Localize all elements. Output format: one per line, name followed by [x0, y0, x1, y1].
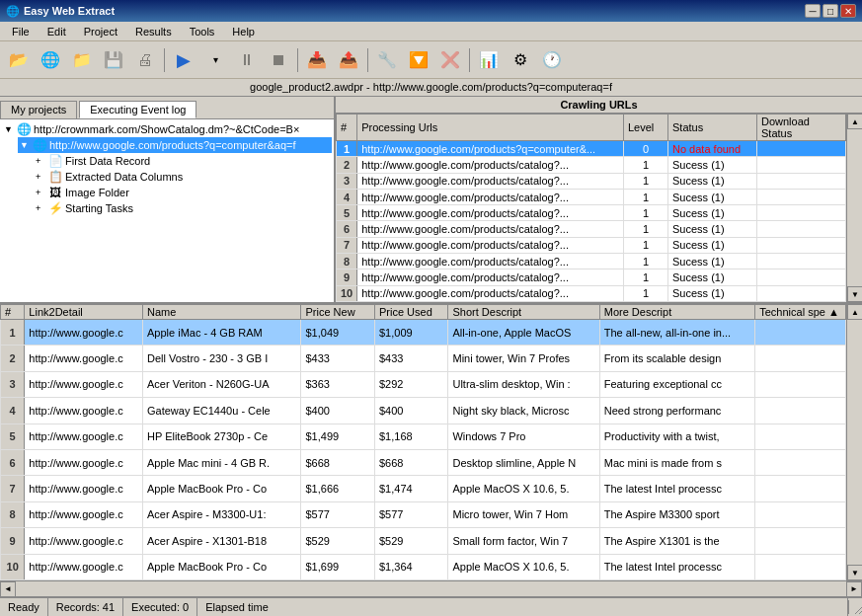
crawling-row[interactable]: 3http://www.google.com/products/catalog?… [337, 173, 846, 189]
crawling-row-status: Sucess (1) [668, 270, 757, 285]
crawling-table-wrapper[interactable]: # Processing Urls Level Status Download … [336, 114, 862, 302]
stop-button[interactable]: ⏹ [264, 45, 293, 75]
menu-project[interactable]: Project [76, 25, 125, 38]
toolbar: 📂 🌐 📁 💾 🖨 ▶ ▾ ⏸ ⏹ 📥 📤 🔧 🔽 ❌ 📊 ⚙ 🕐 [0, 41, 862, 79]
folder-button[interactable]: 📁 [67, 45, 97, 75]
upload-button[interactable]: 📤 [334, 45, 363, 75]
data-row[interactable]: 5http://www.google.cHP EliteBook 2730p -… [1, 424, 846, 449]
save-button[interactable]: 💾 [99, 45, 128, 75]
globe-button[interactable]: 🌐 [36, 45, 65, 75]
crawling-row[interactable]: 8http://www.google.com/products/catalog?… [337, 254, 846, 270]
hscroll-left-button[interactable]: ◄ [0, 581, 16, 597]
expand-icon[interactable]: ▼ [4, 124, 16, 134]
tab-executing-event-log[interactable]: Executing Event log [79, 101, 196, 118]
data-col-price-new: Price New [301, 305, 375, 320]
crawling-row[interactable]: 7http://www.google.com/products/catalog?… [337, 237, 846, 253]
right-panel: Crawling URLs # Processing Urls Level St… [336, 97, 862, 302]
tree-item-extracted-data[interactable]: + 📋 Extracted Data Columns [34, 169, 332, 185]
expand-icon-3[interactable]: + [36, 156, 47, 166]
crawling-row[interactable]: 9http://www.google.com/products/catalog?… [337, 270, 846, 285]
menu-edit[interactable]: Edit [39, 25, 74, 38]
data-row-link: http://www.google.c [25, 449, 143, 475]
tree-item-root1[interactable]: ▼ 🌐 http://crownmark.com/ShowCatalog.dm?… [2, 121, 332, 137]
tree-item-google-url[interactable]: ▼ 🌐 http://www.google.com/products?q=com… [18, 137, 332, 153]
crawling-row-level: 0 [624, 141, 668, 157]
data-table-wrapper[interactable]: # Link2Detail Name Price New Price Used … [0, 304, 862, 580]
data-scroll-track[interactable] [847, 320, 862, 565]
menu-results[interactable]: Results [127, 25, 180, 38]
cancel-button[interactable]: ❌ [435, 45, 465, 75]
status-bar: Ready Records: 41 Executed: 0 Elapsed ti… [0, 596, 862, 616]
data-row[interactable]: 6http://www.google.cApple Mac mini - 4 G… [1, 449, 846, 475]
menu-file[interactable]: File [4, 25, 38, 38]
col-level: Level [624, 115, 668, 141]
clock-button[interactable]: 🕐 [537, 45, 567, 75]
maximize-button[interactable]: □ [823, 4, 838, 18]
hscroll-right-button[interactable]: ► [846, 581, 862, 597]
data-vscroll[interactable]: ▲ ▼ [846, 304, 862, 580]
toolbar-separator-2 [297, 48, 298, 72]
crawling-row-url: http://www.google.com/products?q=compute… [357, 141, 624, 157]
crawling-row[interactable]: 6http://www.google.com/products/catalog?… [337, 221, 846, 237]
print-button[interactable]: 🖨 [130, 45, 160, 75]
data-row[interactable]: 9http://www.google.cAcer Aspire - X1301-… [1, 528, 846, 554]
data-row[interactable]: 3http://www.google.cAcer Veriton - N260G… [1, 371, 846, 397]
resize-handle[interactable] [848, 600, 862, 614]
hscroll-track[interactable] [16, 581, 846, 596]
crawling-row[interactable]: 10http://www.google.com/products/catalog… [337, 285, 846, 301]
crawling-row-url: http://www.google.com/products/catalog?.… [357, 285, 624, 301]
data-row-more-desc: From its scalable design [599, 346, 755, 371]
scroll-down-button[interactable]: ▼ [847, 286, 862, 302]
play-dropdown-button[interactable]: ▾ [200, 45, 230, 75]
data-scroll-up-button[interactable]: ▲ [847, 304, 862, 320]
tab-my-projects[interactable]: My projects [0, 101, 77, 118]
download-button[interactable]: 📥 [302, 45, 332, 75]
data-row[interactable]: 4http://www.google.cGateway EC1440u - Ce… [1, 398, 846, 424]
data-col-num: # [1, 305, 25, 320]
tree-panel[interactable]: ▼ 🌐 http://crownmark.com/ShowCatalog.dm?… [0, 119, 334, 302]
col-num: # [337, 115, 357, 141]
crawling-row[interactable]: 5http://www.google.com/products/catalog?… [337, 205, 846, 221]
tree-item-starting-tasks[interactable]: + ⚡ Starting Tasks [34, 200, 332, 216]
expand-icon-2[interactable]: ▼ [20, 140, 32, 150]
crawling-row[interactable]: 1http://www.google.com/products?q=comput… [337, 141, 846, 157]
crawling-row-status: Sucess (1) [668, 285, 757, 301]
crawling-row[interactable]: 4http://www.google.com/products/catalog?… [337, 189, 846, 204]
export-button[interactable]: 📊 [474, 45, 504, 75]
pause-button[interactable]: ⏸ [232, 45, 262, 75]
menu-tools[interactable]: Tools [182, 25, 223, 38]
tree-children-root1: ▼ 🌐 http://www.google.com/products?q=com… [18, 137, 332, 216]
expand-icon-6[interactable]: + [36, 203, 47, 213]
crawling-vscroll[interactable]: ▲ ▼ [846, 114, 862, 302]
data-scroll-down-button[interactable]: ▼ [847, 565, 862, 580]
play-button[interactable]: ▶ [169, 45, 198, 75]
data-row[interactable]: 8http://www.google.cAcer Aspire - M3300-… [1, 501, 846, 527]
close-button[interactable]: ✕ [840, 4, 856, 18]
hscroll[interactable]: ◄ ► [0, 580, 862, 596]
settings-button[interactable]: ⚙ [506, 45, 535, 75]
app-icon: 🌐 [6, 5, 20, 18]
data-row-price-new: $577 [301, 501, 375, 527]
data-row[interactable]: 10http://www.google.cApple MacBook Pro -… [1, 554, 846, 579]
expand-icon-5[interactable]: + [36, 188, 47, 197]
crawling-row[interactable]: 2http://www.google.com/products/catalog?… [337, 157, 846, 173]
scroll-track[interactable] [847, 129, 862, 286]
filter2-button[interactable]: 🔽 [404, 45, 433, 75]
tree-item-first-data-record[interactable]: + 📄 First Data Record [34, 153, 332, 169]
crawling-row-download-status [757, 285, 846, 301]
minimize-button[interactable]: ─ [805, 4, 821, 18]
expand-icon-4[interactable]: + [36, 172, 47, 182]
tree-item-image-folder[interactable]: + 🖼 Image Folder [34, 185, 332, 200]
data-row[interactable]: 2http://www.google.cDell Vostro - 230 - … [1, 346, 846, 371]
menu-help[interactable]: Help [224, 25, 263, 38]
open-folder-button[interactable]: 📂 [4, 45, 34, 75]
filter1-button[interactable]: 🔧 [372, 45, 402, 75]
data-row[interactable]: 1http://www.google.cApple iMac - 4 GB RA… [1, 320, 846, 346]
crawling-row-status: Sucess (1) [668, 189, 757, 204]
col-status: Status [668, 115, 757, 141]
data-row-num: 9 [1, 528, 25, 554]
data-row[interactable]: 7http://www.google.cApple MacBook Pro - … [1, 476, 846, 501]
toolbar-separator-3 [367, 48, 368, 72]
data-row-price-new: $433 [301, 346, 375, 371]
scroll-up-button[interactable]: ▲ [847, 114, 862, 129]
